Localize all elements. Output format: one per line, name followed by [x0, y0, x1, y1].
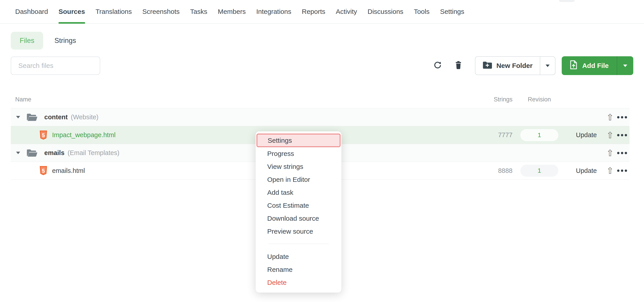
- row-more-actions-button[interactable]: [617, 169, 627, 172]
- nav-item-reports[interactable]: Reports: [302, 0, 325, 23]
- chevron-down-icon: [623, 64, 627, 67]
- html5-file-icon: 5: [40, 130, 47, 140]
- row-more-actions-button[interactable]: [617, 134, 627, 136]
- column-header-strings: Strings: [494, 96, 512, 103]
- top-nav: Dashboard Sources Translations Screensho…: [0, 0, 644, 24]
- upload-translations-icon[interactable]: ⇧: [606, 166, 614, 175]
- folder-name[interactable]: emails: [44, 149, 64, 157]
- sources-subtabs: Files Strings: [11, 32, 644, 50]
- new-folder-icon: [482, 61, 492, 70]
- row-more-actions-button[interactable]: [617, 116, 627, 119]
- menu-item-cost-estimate[interactable]: Cost Estimate: [256, 199, 342, 212]
- column-header-name: Name: [15, 96, 31, 103]
- folder-row-content[interactable]: content (Website) ⇧: [11, 108, 630, 126]
- file-name[interactable]: Impact_webpage.html: [52, 131, 116, 139]
- nav-item-dashboard[interactable]: Dashboard: [15, 0, 48, 23]
- nav-item-screenshots[interactable]: Screenshots: [142, 0, 180, 23]
- nav-item-tools[interactable]: Tools: [414, 0, 430, 23]
- row-more-actions-button[interactable]: [617, 152, 627, 154]
- add-file-button[interactable]: Add File: [562, 56, 617, 75]
- strings-count: 7777: [498, 131, 512, 139]
- new-folder-split-button: New Folder: [475, 56, 556, 75]
- upload-translations-icon[interactable]: ⇧: [606, 131, 614, 140]
- new-folder-label: New Folder: [496, 62, 533, 69]
- column-header-revision: Revision: [520, 96, 558, 103]
- tab-strings[interactable]: Strings: [54, 37, 76, 45]
- new-folder-dropdown-button[interactable]: [540, 57, 555, 75]
- menu-item-preview-source[interactable]: Preview source: [256, 225, 342, 238]
- search-input[interactable]: [11, 56, 100, 75]
- table-header: Name Strings Revision: [11, 91, 630, 108]
- add-file-split-button: Add File: [562, 56, 633, 75]
- menu-item-update[interactable]: Update: [256, 250, 342, 263]
- file-name[interactable]: emails.html: [52, 167, 85, 174]
- nav-item-settings[interactable]: Settings: [440, 0, 464, 23]
- svg-text:5: 5: [42, 132, 45, 138]
- menu-item-rename[interactable]: Rename: [256, 263, 342, 276]
- trash-icon: [454, 61, 462, 71]
- refresh-icon: [433, 61, 442, 70]
- nav-item-integrations[interactable]: Integrations: [256, 0, 291, 23]
- menu-item-view-strings[interactable]: View strings: [256, 160, 342, 173]
- menu-item-settings[interactable]: Settings: [256, 134, 340, 147]
- update-file-button[interactable]: Update: [576, 131, 597, 139]
- file-upload-icon: [570, 60, 577, 71]
- refresh-button[interactable]: [433, 61, 442, 70]
- strings-count: 8888: [498, 167, 512, 174]
- menu-item-download-source[interactable]: Download source: [256, 212, 342, 225]
- toolbar-actions: New Folder Add File: [433, 56, 633, 75]
- menu-item-delete[interactable]: Delete: [256, 276, 342, 289]
- nav-item-tasks[interactable]: Tasks: [190, 0, 207, 23]
- update-file-button[interactable]: Update: [576, 167, 597, 174]
- revision-badge: 1: [520, 165, 558, 177]
- nav-item-translations[interactable]: Translations: [96, 0, 132, 23]
- new-folder-button[interactable]: New Folder: [476, 57, 540, 75]
- svg-text:5: 5: [42, 168, 45, 174]
- folder-note: (Email Templates): [68, 149, 120, 157]
- folder-note: (Website): [71, 113, 98, 121]
- chevron-down-icon: [546, 64, 550, 67]
- menu-item-add-task[interactable]: Add task: [256, 186, 342, 199]
- html5-file-icon: 5: [40, 166, 47, 175]
- tab-files[interactable]: Files: [11, 32, 43, 50]
- menu-item-open-in-editor[interactable]: Open in Editor: [256, 173, 342, 186]
- files-toolbar: New Folder Add File: [0, 56, 644, 75]
- upload-translations-icon[interactable]: ⇧: [606, 113, 614, 122]
- menu-item-progress[interactable]: Progress: [256, 147, 342, 160]
- add-file-dropdown-button[interactable]: [617, 56, 633, 75]
- nav-item-discussions[interactable]: Discussions: [368, 0, 404, 23]
- upload-translations-icon[interactable]: ⇧: [606, 149, 614, 157]
- scrolled-element-remnant: [559, 0, 575, 2]
- delete-selected-button[interactable]: [454, 61, 462, 71]
- nav-item-members[interactable]: Members: [218, 0, 246, 23]
- folder-open-icon: [26, 149, 38, 157]
- folder-name[interactable]: content: [44, 113, 68, 121]
- revision-badge: 1: [520, 129, 558, 141]
- collapse-caret-icon[interactable]: [16, 116, 20, 118]
- nav-item-sources[interactable]: Sources: [58, 0, 85, 23]
- collapse-caret-icon[interactable]: [16, 152, 20, 154]
- add-file-label: Add File: [582, 62, 609, 69]
- nav-item-activity[interactable]: Activity: [336, 0, 357, 23]
- folder-open-icon: [26, 113, 38, 121]
- file-context-menu: Settings Progress View strings Open in E…: [256, 131, 342, 293]
